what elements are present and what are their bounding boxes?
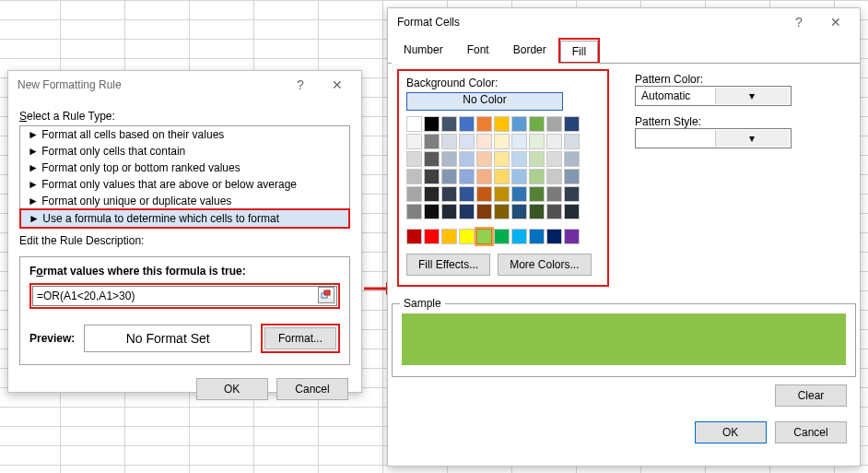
color-swatch[interactable] [441, 186, 457, 202]
color-swatch[interactable] [459, 151, 475, 167]
color-swatch[interactable] [424, 186, 440, 202]
color-swatch[interactable] [529, 116, 545, 132]
color-swatch[interactable] [424, 151, 440, 167]
help-icon[interactable]: ? [780, 9, 817, 35]
color-swatch[interactable] [459, 134, 475, 149]
close-icon[interactable]: ✕ [319, 72, 356, 98]
color-swatch[interactable] [441, 229, 457, 244]
rule-type-item[interactable]: ► Format only values that are above or b… [20, 176, 349, 193]
color-swatch[interactable] [494, 116, 510, 132]
color-swatch[interactable] [424, 134, 440, 149]
pattern-color-combo[interactable]: Automatic ▾ [635, 86, 792, 106]
color-swatch[interactable] [476, 134, 492, 149]
color-swatch[interactable] [459, 169, 475, 184]
pattern-style-combo[interactable]: ▾ [635, 128, 792, 148]
color-swatch[interactable] [511, 169, 527, 184]
color-swatch[interactable] [441, 151, 457, 167]
color-swatch[interactable] [406, 169, 422, 184]
tab-border[interactable]: Border [501, 39, 558, 64]
ok-button[interactable]: OK [196, 378, 268, 400]
color-swatch[interactable] [529, 204, 545, 219]
standard-color-palette[interactable] [406, 229, 600, 244]
color-swatch[interactable] [564, 134, 580, 149]
color-swatch[interactable] [564, 229, 580, 244]
rule-type-item[interactable]: ► Use a formula to determine which cells… [21, 210, 348, 227]
color-swatch[interactable] [406, 151, 422, 167]
color-swatch[interactable] [476, 151, 492, 167]
color-swatch[interactable] [564, 151, 580, 167]
color-swatch[interactable] [494, 186, 510, 202]
color-swatch[interactable] [494, 204, 510, 219]
color-swatch[interactable] [529, 229, 545, 244]
rule-type-item[interactable]: ► Format only top or bottom ranked value… [20, 160, 349, 176]
color-swatch[interactable] [564, 169, 580, 184]
tab-font[interactable]: Font [455, 39, 501, 64]
color-swatch[interactable] [511, 229, 527, 244]
rule-type-item[interactable]: ► Format only unique or duplicate values [20, 193, 349, 209]
color-swatch[interactable] [494, 229, 510, 244]
color-swatch[interactable] [441, 169, 457, 184]
color-swatch[interactable] [494, 134, 510, 149]
color-swatch[interactable] [546, 169, 562, 184]
tab-number[interactable]: Number [392, 39, 455, 64]
color-swatch[interactable] [546, 116, 562, 132]
fill-effects-button[interactable]: Fill Effects... [406, 254, 490, 276]
color-swatch[interactable] [476, 186, 492, 202]
help-icon[interactable]: ? [282, 72, 319, 98]
color-swatch[interactable] [476, 116, 492, 132]
color-swatch[interactable] [546, 229, 562, 244]
color-swatch[interactable] [424, 229, 440, 244]
color-swatch[interactable] [494, 151, 510, 167]
color-swatch[interactable] [511, 186, 527, 202]
color-swatch[interactable] [564, 186, 580, 202]
tab-fill[interactable]: Fill [560, 41, 598, 62]
color-swatch[interactable] [424, 204, 440, 219]
color-swatch[interactable] [406, 116, 422, 132]
color-swatch[interactable] [441, 204, 457, 219]
color-swatch[interactable] [441, 116, 457, 132]
color-swatch[interactable] [476, 229, 492, 244]
format-button[interactable]: Format... [264, 327, 336, 349]
color-swatch[interactable] [546, 134, 562, 149]
color-swatch[interactable] [529, 134, 545, 149]
close-icon[interactable]: ✕ [817, 9, 854, 35]
color-swatch[interactable] [406, 186, 422, 202]
color-swatch[interactable] [511, 116, 527, 132]
color-swatch[interactable] [459, 229, 475, 244]
rule-type-list[interactable]: ► Format all cells based on their values… [19, 125, 350, 229]
color-swatch[interactable] [406, 204, 422, 219]
color-swatch[interactable] [511, 151, 527, 167]
cancel-button[interactable]: Cancel [775, 421, 847, 443]
ok-button[interactable]: OK [695, 421, 767, 443]
theme-color-palette[interactable] [406, 116, 600, 219]
color-swatch[interactable] [476, 204, 492, 219]
color-swatch[interactable] [511, 204, 527, 219]
color-swatch[interactable] [406, 229, 422, 244]
color-swatch[interactable] [511, 134, 527, 149]
rule-type-item[interactable]: ► Format all cells based on their values [20, 126, 349, 143]
color-swatch[interactable] [529, 186, 545, 202]
range-selector-icon[interactable] [318, 287, 334, 303]
color-swatch[interactable] [476, 169, 492, 184]
color-swatch[interactable] [494, 169, 510, 184]
color-swatch[interactable] [459, 186, 475, 202]
color-swatch[interactable] [424, 116, 440, 132]
cancel-button[interactable]: Cancel [276, 378, 348, 400]
color-swatch[interactable] [424, 169, 440, 184]
color-swatch[interactable] [459, 116, 475, 132]
color-swatch[interactable] [441, 134, 457, 149]
color-swatch[interactable] [564, 116, 580, 132]
clear-button[interactable]: Clear [775, 384, 847, 407]
color-swatch[interactable] [564, 204, 580, 219]
more-colors-button[interactable]: More Colors... [498, 254, 591, 276]
color-swatch[interactable] [546, 186, 562, 202]
formula-input[interactable] [32, 286, 337, 306]
rule-type-item[interactable]: ► Format only cells that contain [20, 143, 349, 160]
color-swatch[interactable] [459, 204, 475, 219]
color-swatch[interactable] [529, 151, 545, 167]
color-swatch[interactable] [546, 151, 562, 167]
color-swatch[interactable] [529, 169, 545, 184]
no-color-button[interactable]: No Color [406, 92, 563, 111]
color-swatch[interactable] [546, 204, 562, 219]
color-swatch[interactable] [406, 134, 422, 149]
